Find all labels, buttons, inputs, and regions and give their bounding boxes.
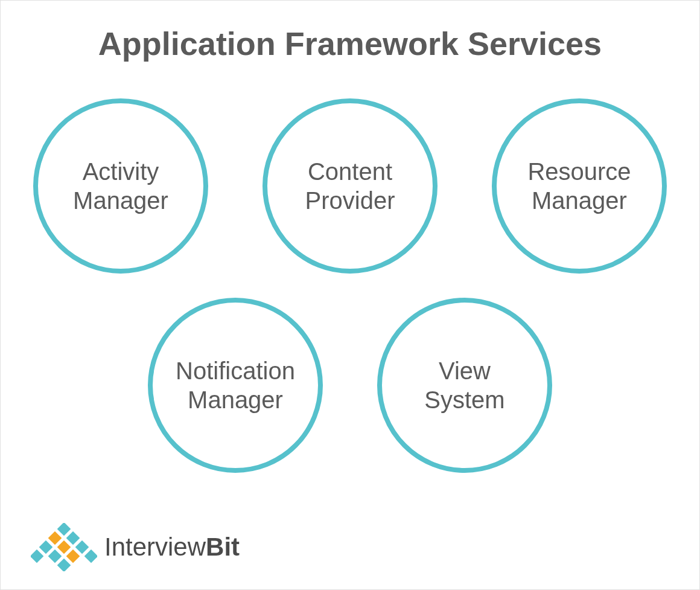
circle-line1: View bbox=[424, 356, 504, 385]
svg-rect-6 bbox=[48, 550, 62, 563]
svg-rect-3 bbox=[39, 540, 53, 554]
circle-label: Resource Manager bbox=[527, 157, 631, 215]
svg-rect-0 bbox=[57, 523, 71, 536]
svg-rect-10 bbox=[84, 550, 97, 563]
circles-row-1: Activity Manager Content Provider Resour… bbox=[33, 98, 667, 274]
circle-label: Activity Manager bbox=[73, 157, 168, 215]
circle-line1: Notification bbox=[176, 356, 295, 385]
circle-line2: Manager bbox=[73, 186, 168, 215]
circle-line1: Activity bbox=[73, 157, 168, 186]
circles-row-2: Notification Manager View System bbox=[148, 298, 552, 473]
circle-line1: Resource bbox=[527, 157, 631, 186]
logo-text-part2: Bit bbox=[206, 533, 240, 561]
svg-rect-2 bbox=[66, 531, 80, 545]
svg-rect-1 bbox=[48, 531, 62, 545]
circle-line2: Manager bbox=[527, 186, 631, 215]
diagram-title: Application Framework Services bbox=[1, 1, 699, 98]
circle-label: Notification Manager bbox=[176, 356, 295, 414]
logo: InterviewBit bbox=[31, 523, 240, 571]
circle-notification-manager: Notification Manager bbox=[148, 298, 323, 473]
circle-content-provider: Content Provider bbox=[262, 98, 438, 274]
circle-line2: Manager bbox=[176, 385, 295, 414]
circle-label: View System bbox=[424, 356, 504, 414]
circle-line1: Content bbox=[305, 157, 395, 186]
svg-rect-9 bbox=[31, 550, 43, 563]
circle-label: Content Provider bbox=[305, 157, 395, 215]
logo-icon bbox=[31, 523, 97, 571]
logo-text-part1: Interview bbox=[104, 533, 206, 561]
svg-rect-5 bbox=[75, 540, 89, 554]
circle-activity-manager: Activity Manager bbox=[33, 98, 208, 274]
circles-container: Activity Manager Content Provider Resour… bbox=[1, 98, 699, 473]
circle-resource-manager: Resource Manager bbox=[492, 98, 667, 274]
circle-line2: System bbox=[424, 385, 504, 414]
circle-line2: Provider bbox=[305, 186, 395, 215]
logo-text: InterviewBit bbox=[104, 533, 240, 562]
svg-rect-7 bbox=[66, 550, 80, 563]
circle-view-system: View System bbox=[377, 298, 552, 473]
svg-rect-8 bbox=[57, 559, 71, 571]
svg-rect-4 bbox=[57, 540, 71, 554]
